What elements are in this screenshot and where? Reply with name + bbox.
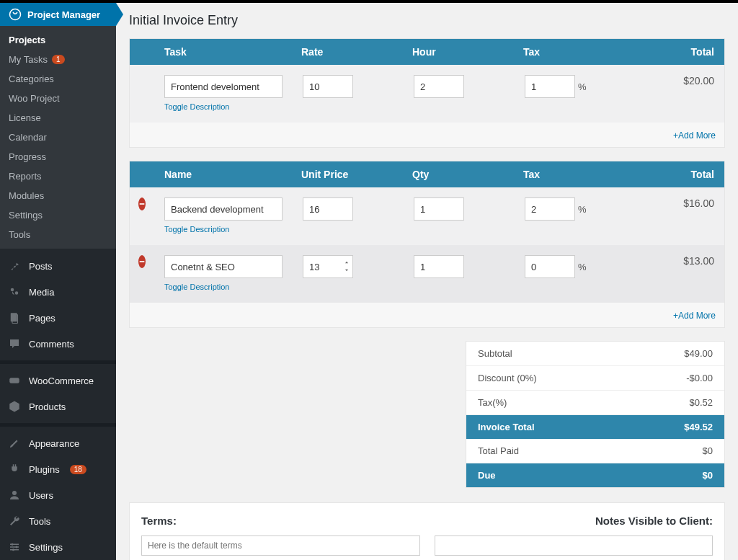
table-row: Toggle Description % $20.00 — [130, 65, 724, 123]
summary-discount: Discount (0%)-$0.00 — [466, 366, 724, 391]
notes-input[interactable] — [435, 535, 713, 556]
table-row: Toggle Description % $13.00 — [130, 245, 724, 303]
sidebar-item-modules[interactable]: Modules — [0, 186, 116, 205]
comment-icon — [7, 337, 22, 351]
admin-sidebar: Project Manager Projects My Tasks1 Categ… — [0, 3, 116, 560]
nav-media[interactable]: Media — [0, 279, 116, 305]
nav-separator-2 — [0, 423, 116, 427]
svg-point-11 — [16, 546, 18, 548]
percent-label: % — [578, 204, 587, 215]
terms-input[interactable] — [141, 535, 420, 556]
toggle-description-link[interactable]: Toggle Description — [164, 225, 230, 234]
th-tax: Tax — [513, 46, 643, 58]
th-hour: Hour — [402, 46, 513, 58]
rate-input[interactable] — [303, 75, 353, 98]
qty-input[interactable] — [414, 197, 464, 221]
nav-tools[interactable]: Tools — [0, 508, 116, 534]
nav-posts[interactable]: Posts — [0, 253, 116, 279]
add-more-link[interactable]: +Add More — [673, 311, 716, 321]
sidebar-item-projects[interactable]: Projects — [0, 30, 116, 50]
nav-users[interactable]: Users — [0, 482, 116, 508]
number-spinner — [342, 259, 351, 274]
summary-total-paid: Total Paid$0 — [466, 439, 724, 463]
remove-row-button[interactable] — [138, 255, 146, 268]
pin-icon — [7, 259, 22, 273]
hour-input[interactable] — [414, 75, 464, 98]
svg-rect-15 — [140, 261, 145, 262]
svg-rect-14 — [140, 203, 145, 205]
sidebar-item-my-tasks[interactable]: My Tasks1 — [0, 50, 116, 69]
unitprice-input[interactable] — [303, 197, 353, 221]
spinner-up-button[interactable] — [342, 259, 351, 266]
svg-point-12 — [12, 548, 14, 551]
item-name-input[interactable] — [164, 197, 283, 221]
plugins-badge: 18 — [70, 465, 86, 474]
th-task: Task — [154, 46, 291, 58]
sidebar-item-calendar[interactable]: Calendar — [0, 128, 116, 147]
page-title: Initial Invoice Entry — [129, 13, 725, 28]
summary-invoice-total: Invoice Total$49.52 — [466, 415, 724, 439]
page-icon — [7, 311, 22, 325]
terms-heading: Terms: — [141, 515, 420, 527]
add-more-row-2: +Add More — [130, 303, 724, 327]
notes-section: Notes Visible to Client: — [435, 515, 713, 556]
appearance-icon — [7, 436, 22, 450]
add-more-row: +Add More — [130, 123, 724, 147]
row-total: $16.00 — [644, 197, 724, 209]
nav-pages[interactable]: Pages — [0, 305, 116, 331]
sidebar-item-progress[interactable]: Progress — [0, 147, 116, 166]
svg-point-1 — [11, 288, 14, 292]
tax-input[interactable] — [525, 75, 575, 98]
nav-plugins[interactable]: Plugins18 — [0, 456, 116, 482]
item-name-input[interactable] — [164, 255, 283, 278]
main-content: Initial Invoice Entry Task Rate Hour Tax… — [116, 3, 738, 560]
th-total: Total — [643, 46, 724, 58]
tax-input[interactable] — [525, 255, 575, 278]
nav-settings[interactable]: Settings — [0, 534, 116, 560]
row-total: $20.00 — [644, 75, 724, 86]
percent-label: % — [578, 81, 587, 92]
nav-comments[interactable]: Comments — [0, 331, 116, 357]
sidebar-item-categories[interactable]: Categories — [0, 69, 116, 89]
svg-point-2 — [15, 291, 19, 295]
woo-icon — [7, 373, 22, 388]
percent-label: % — [578, 262, 587, 272]
sidebar-item-license[interactable]: License — [0, 108, 116, 128]
sidebar-item-woo-project[interactable]: Woo Project — [0, 89, 116, 108]
nav-appearance[interactable]: Appearance — [0, 430, 116, 456]
toggle-description-link[interactable]: Toggle Description — [164, 102, 230, 111]
add-more-link[interactable]: +Add More — [673, 130, 716, 141]
qty-input[interactable] — [414, 255, 464, 278]
svg-rect-5 — [9, 378, 19, 383]
remove-row-button[interactable] — [138, 197, 146, 210]
sidebar-item-reports[interactable]: Reports — [0, 166, 116, 186]
sidebar-pm-header[interactable]: Project Manager — [0, 3, 116, 26]
svg-point-10 — [12, 543, 14, 546]
summary-subtotal: Subtotal$49.00 — [466, 342, 724, 366]
my-tasks-badge: 1 — [52, 55, 65, 64]
settings-icon — [7, 540, 22, 554]
nav-products[interactable]: Products — [0, 394, 116, 419]
tools-icon — [7, 514, 22, 528]
tax-input[interactable] — [525, 197, 575, 221]
terms-section: Terms: — [141, 515, 420, 556]
tasks-table: Task Rate Hour Tax Total Toggle Descript… — [129, 38, 725, 148]
summary-tax: Tax(%)$0.52 — [466, 391, 724, 415]
items-table: Name Unit Price Qty Tax Total Toggle Des… — [129, 161, 725, 328]
svg-point-6 — [12, 491, 17, 495]
project-manager-logo-icon — [9, 8, 22, 21]
nav-woocommerce[interactable]: WooCommerce — [0, 368, 116, 394]
spinner-down-button[interactable] — [342, 267, 351, 274]
toggle-description-link[interactable]: Toggle Description — [164, 283, 230, 291]
sidebar-item-settings-pm[interactable]: Settings — [0, 205, 116, 225]
row-total: $13.00 — [644, 255, 724, 267]
th-qty: Qty — [402, 169, 513, 180]
task-name-input[interactable] — [164, 75, 283, 98]
sidebar-item-tools-pm[interactable]: Tools — [0, 225, 116, 244]
wp-nav: Posts Media Pages Comments WooCommerce P… — [0, 249, 116, 560]
th-rate: Rate — [291, 46, 402, 58]
users-icon — [7, 488, 22, 502]
summary-due: Due$0 — [466, 463, 724, 487]
table-row: Toggle Description % $16.00 — [130, 187, 724, 245]
notes-heading: Notes Visible to Client: — [435, 515, 713, 527]
